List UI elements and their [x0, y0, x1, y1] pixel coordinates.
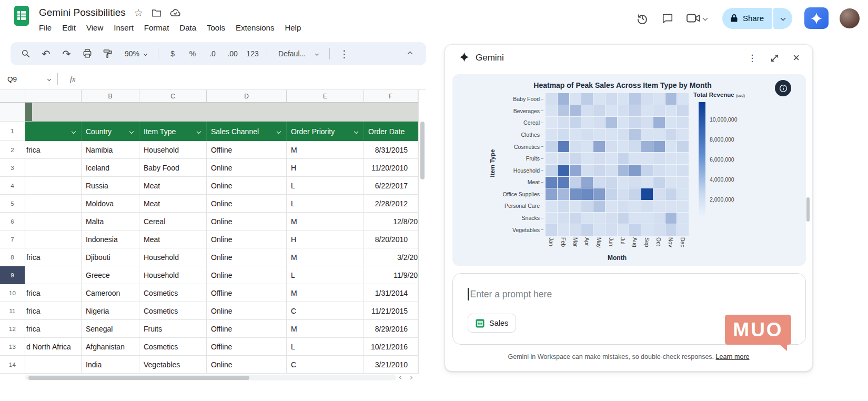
cell-b14[interactable]: India [82, 356, 139, 374]
column-header-a[interactable] [25, 122, 82, 141]
cloud-saved-icon[interactable] [170, 8, 181, 17]
cell-a12[interactable]: frica [25, 320, 82, 338]
cell-c5[interactable]: Meat [139, 195, 207, 213]
cell-c12[interactable]: Fruits [139, 320, 207, 338]
camera-dropdown-icon[interactable] [703, 16, 708, 21]
column-header-item-type[interactable]: Item Type [139, 122, 207, 141]
row-header-1[interactable]: 1 [0, 122, 25, 141]
col-letter-d[interactable]: D [207, 90, 287, 103]
sheets-logo-icon[interactable] [14, 5, 29, 26]
cell-b13[interactable]: Afghanistan [82, 338, 139, 356]
select-all-corner[interactable] [0, 90, 25, 103]
cell-b9[interactable]: Greece [82, 266, 139, 284]
cell-a8[interactable]: frica [25, 248, 82, 266]
cell-e8[interactable]: M [287, 248, 364, 266]
cell-d10[interactable]: Offline [207, 284, 287, 302]
cell-d11[interactable]: Online [207, 302, 287, 320]
cell-d14[interactable]: Online [207, 356, 287, 374]
cell-d9[interactable]: Online [207, 266, 287, 284]
cell-f6[interactable]: 12/8/20 [364, 213, 418, 230]
cell-f10[interactable]: 1/31/2014 [364, 284, 418, 302]
menu-help[interactable]: Help [280, 22, 306, 34]
row-header-8[interactable]: 8 [0, 248, 25, 266]
column-header-order-priority[interactable]: Order Priority [287, 122, 364, 141]
cell-f9[interactable]: 11/9/20 [364, 266, 418, 284]
filter-chevron-icon[interactable] [197, 129, 201, 133]
cell-f12[interactable]: 8/29/2016 [364, 320, 418, 338]
scroll-right-icon[interactable] [409, 375, 412, 379]
search-icon[interactable] [16, 45, 35, 62]
star-icon[interactable]: ☆ [134, 8, 143, 18]
cell-e12[interactable]: M [287, 320, 364, 338]
row-header-2[interactable]: 2 [0, 141, 25, 159]
menu-tools[interactable]: Tools [202, 22, 230, 34]
version-history-icon[interactable] [634, 10, 651, 27]
cell-a13[interactable]: d North Africa [25, 338, 82, 356]
cell-b11[interactable]: Nigeria [82, 302, 139, 320]
cell-f11[interactable]: 11/21/2015 [364, 302, 418, 320]
column-header-order-date[interactable]: Order Date [364, 122, 418, 141]
row-header-4[interactable]: 4 [0, 177, 25, 195]
cell-d4[interactable]: Online [207, 177, 287, 195]
cell-e2[interactable]: M [287, 141, 364, 159]
col-letter-f[interactable]: F [364, 90, 418, 103]
cell-c2[interactable]: Household [139, 141, 207, 159]
sales-sheet-chip[interactable]: Sales [468, 314, 516, 333]
cell-b3[interactable]: Iceland [82, 159, 139, 177]
column-header-country[interactable]: Country [82, 122, 139, 141]
expand-panel-icon[interactable] [770, 54, 779, 63]
cell-a5[interactable] [25, 195, 82, 213]
column-header-sales-channel[interactable]: Sales Channel [207, 122, 287, 141]
cell-e3[interactable]: H [287, 159, 364, 177]
cell-e14[interactable]: C [287, 356, 364, 374]
cell-e4[interactable]: L [287, 177, 364, 195]
collapse-toolbar-button[interactable] [402, 46, 418, 62]
row-header-11[interactable]: 11 [0, 302, 25, 320]
cell-e7[interactable]: H [287, 230, 364, 248]
panel-more-button[interactable]: ⋮ [748, 53, 756, 64]
cell-a4[interactable] [25, 177, 82, 195]
cell-b8[interactable]: Djibouti [82, 248, 139, 266]
comments-icon[interactable] [660, 11, 675, 26]
col-letter-c[interactable]: C [139, 90, 207, 103]
cell-c13[interactable]: Cosmetics [139, 338, 207, 356]
zoom-select[interactable]: 90% [118, 45, 153, 62]
more-toolbar-button[interactable]: ⋮ [335, 45, 354, 62]
menu-edit[interactable]: Edit [57, 22, 80, 34]
undo-icon[interactable]: ↶ [36, 45, 56, 62]
cell-c10[interactable]: Cosmetics [139, 284, 207, 302]
filter-chevron-icon[interactable] [72, 129, 76, 133]
cell-a6[interactable] [25, 213, 82, 230]
row-header-10[interactable]: 10 [0, 284, 25, 302]
menu-data[interactable]: Data [175, 22, 201, 34]
menu-insert[interactable]: Insert [109, 22, 138, 34]
cell-e11[interactable]: C [287, 302, 364, 320]
partial-row-fill[interactable] [25, 103, 418, 122]
row-header-6[interactable]: 6 [0, 213, 25, 230]
cell-b12[interactable]: Senegal [82, 320, 139, 338]
redo-icon[interactable]: ↷ [57, 45, 76, 62]
cell-b2[interactable]: Namibia [82, 141, 139, 159]
cell-f4[interactable]: 6/22/2017 [364, 177, 418, 195]
cell-c7[interactable]: Meat [139, 230, 207, 248]
filter-chevron-icon[interactable] [277, 129, 281, 133]
row-header-7[interactable]: 7 [0, 230, 25, 248]
horizontal-scrollbar-thumb[interactable] [28, 376, 249, 380]
cell-c11[interactable]: Cosmetics [139, 302, 207, 320]
cell-d5[interactable]: Online [207, 195, 287, 213]
cell-d7[interactable]: Online [207, 230, 287, 248]
vertical-scrollbar-thumb[interactable] [420, 122, 425, 179]
row-header-12[interactable]: 12 [0, 320, 25, 338]
learn-more-link[interactable]: Learn more [716, 353, 750, 360]
print-icon[interactable] [77, 45, 97, 62]
cell-d6[interactable]: Online [207, 213, 287, 230]
share-button[interactable]: Share [722, 8, 772, 29]
increase-decimal-button[interactable]: .00 [223, 45, 242, 62]
cell-c4[interactable]: Meat [139, 177, 207, 195]
cell-e5[interactable]: L [287, 195, 364, 213]
row-header-14[interactable]: 14 [0, 356, 25, 374]
menu-extensions[interactable]: Extensions [231, 22, 279, 34]
col-letter-a[interactable] [25, 90, 82, 103]
cell-a7[interactable] [25, 230, 82, 248]
cell-d3[interactable]: Online [207, 159, 287, 177]
